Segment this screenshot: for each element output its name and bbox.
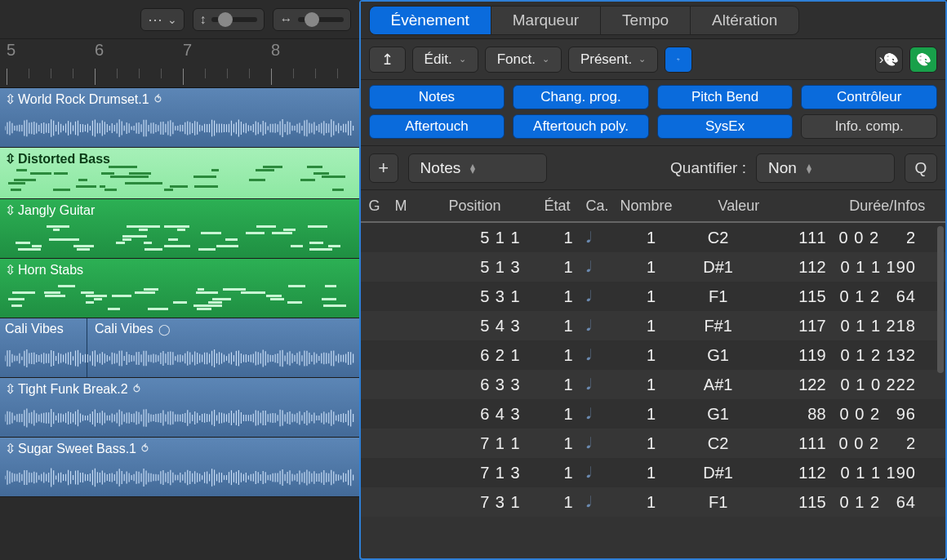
cell-value[interactable]: 119	[759, 346, 836, 365]
event-row[interactable]: 5 1 1 1 𝅘𝅥 1 C2 111 0 0 2 2	[361, 223, 945, 252]
track-region[interactable]: ⇳Jangly Guitar	[0, 199, 359, 259]
cell-etat[interactable]: 1	[529, 493, 583, 512]
cell-etat[interactable]: 1	[529, 434, 583, 453]
cell-position[interactable]: 6 4 3	[418, 405, 529, 424]
cell-duration[interactable]: 0 1 2 64	[836, 493, 936, 512]
cell-duration[interactable]: 0 1 1 218	[836, 317, 936, 336]
cell-value[interactable]: 115	[759, 287, 836, 306]
cell-duration[interactable]: 0 1 1 190	[836, 258, 936, 277]
track-region[interactable]: ⇳Tight Funk Break.2⥀	[0, 378, 359, 438]
cell-value[interactable]: 115	[759, 493, 836, 512]
expand-icon[interactable]: ⇳	[5, 441, 13, 456]
catch-playhead-button[interactable]	[665, 47, 692, 73]
cell-position[interactable]: 7 1 1	[418, 434, 529, 453]
add-event-button[interactable]: +	[369, 153, 398, 183]
cell-position[interactable]: 5 3 1	[418, 287, 529, 306]
cell-channel[interactable]: 1	[625, 287, 674, 306]
filter-sysex[interactable]: SysEx	[657, 114, 794, 139]
cell-channel[interactable]: 1	[625, 376, 674, 394]
appearance-left-button[interactable]: ›	[875, 47, 903, 73]
filter-aftertouch[interactable]: Aftertouch	[369, 114, 505, 139]
filter-contr-leur[interactable]: Contrôleur	[801, 85, 937, 109]
cell-value[interactable]: 111	[759, 434, 836, 453]
filter-pitch-bend[interactable]: Pitch Bend	[657, 85, 794, 109]
col-g[interactable]: G	[366, 198, 392, 215]
cell-etat[interactable]: 1	[529, 405, 583, 424]
cell-duration[interactable]: 0 1 0 222	[836, 376, 936, 394]
cell-channel[interactable]: 1	[625, 434, 674, 453]
cell-etat[interactable]: 1	[529, 258, 583, 277]
cell-number[interactable]: D#1	[674, 464, 759, 482]
hierarchy-up-button[interactable]	[369, 47, 406, 73]
cell-number[interactable]: F1	[674, 493, 759, 512]
horizontal-zoom[interactable]	[273, 8, 351, 31]
cell-duration[interactable]: 0 0 2 96	[836, 405, 936, 424]
tab-évènement[interactable]: Évènement	[370, 7, 491, 34]
cell-duration[interactable]: 0 1 2 132	[836, 346, 936, 365]
vertical-zoom[interactable]	[193, 8, 265, 31]
tab-tempo[interactable]: Tempo	[600, 7, 690, 34]
event-row[interactable]: 7 1 1 1 𝅘𝅥 1 C2 111 0 0 2 2	[361, 429, 945, 458]
cell-channel[interactable]: 1	[625, 405, 674, 424]
filter-chang-prog-[interactable]: Chang. prog.	[513, 85, 649, 109]
appearance-right-button[interactable]	[909, 47, 937, 73]
track-options-button[interactable]	[140, 8, 185, 31]
cell-number[interactable]: G1	[674, 346, 759, 365]
tracks-area[interactable]: ⇳World Rock Drumset.1⥀⇳Distorted Bass⇳Ja…	[0, 88, 359, 560]
col-position[interactable]: Position	[418, 198, 529, 215]
quantize-select[interactable]: Non ▴▾	[756, 153, 895, 183]
cell-etat[interactable]: 1	[529, 464, 583, 482]
event-row[interactable]: 7 1 3 1 𝅘𝅥 1 D#1 112 0 1 1 190	[361, 458, 945, 487]
cell-etat[interactable]: 1	[529, 287, 583, 306]
track-region[interactable]: ⇳Horn Stabs	[0, 259, 359, 318]
cell-position[interactable]: 5 1 3	[418, 258, 529, 277]
cell-value[interactable]: 122	[759, 376, 836, 394]
col-duree[interactable]: Durée/Infos	[836, 198, 936, 215]
event-row[interactable]: 6 2 1 1 𝅘𝅥 1 G1 119 0 1 2 132	[361, 340, 945, 370]
cell-value[interactable]: 111	[759, 229, 836, 247]
event-row[interactable]: 6 4 3 1 𝅘𝅥 1 G1 88 0 0 2 96	[361, 399, 945, 429]
cell-channel[interactable]: 1	[625, 317, 674, 336]
cell-position[interactable]: 7 1 3	[418, 464, 529, 482]
event-row[interactable]: 5 4 3 1 𝅘𝅥 1 F#1 117 0 1 1 218	[361, 311, 945, 340]
cell-number[interactable]: G1	[674, 405, 759, 424]
cell-value[interactable]: 117	[759, 317, 836, 336]
expand-icon[interactable]: ⇳	[5, 262, 13, 278]
expand-icon[interactable]: ⇳	[5, 91, 13, 107]
cell-number[interactable]: A#1	[674, 376, 759, 394]
filter-info-comp-[interactable]: Info. comp.	[801, 114, 937, 139]
tab-marqueur[interactable]: Marqueur	[491, 7, 600, 34]
track-region[interactable]: Cali Vibes Cali Vibes ◯	[0, 318, 359, 378]
scrollbar[interactable]	[937, 226, 944, 373]
cell-position[interactable]: 5 1 1	[418, 229, 529, 247]
col-etat[interactable]: État	[529, 198, 583, 215]
track-region[interactable]: ⇳Distorted Bass	[0, 148, 359, 199]
cell-etat[interactable]: 1	[529, 346, 583, 365]
cell-position[interactable]: 6 3 3	[418, 376, 529, 394]
cell-duration[interactable]: 0 0 2 2	[836, 229, 936, 247]
col-valeur[interactable]: Valeur	[715, 198, 836, 215]
event-type-select[interactable]: Notes ▴▾	[408, 153, 547, 183]
cell-position[interactable]: 7 3 1	[418, 493, 529, 512]
cell-etat[interactable]: 1	[529, 376, 583, 394]
col-nombre[interactable]: Nombre	[617, 198, 674, 215]
cell-etat[interactable]: 1	[529, 317, 583, 336]
cell-number[interactable]: C2	[674, 434, 759, 453]
view-menu[interactable]: Présent. ⌄	[568, 47, 658, 73]
tab-altération[interactable]: Altération	[690, 7, 798, 34]
cell-duration[interactable]: 0 1 1 190	[836, 464, 936, 482]
cell-duration[interactable]: 0 1 2 64	[836, 287, 936, 306]
cell-number[interactable]: F1	[674, 287, 759, 306]
cell-channel[interactable]: 1	[625, 464, 674, 482]
track-region[interactable]: ⇳Sugar Sweet Bass.1⥀	[0, 438, 359, 497]
cell-value[interactable]: 88	[759, 405, 836, 424]
cell-channel[interactable]: 1	[625, 229, 674, 247]
cell-channel[interactable]: 1	[625, 258, 674, 277]
event-row[interactable]: 5 3 1 1 𝅘𝅥 1 F1 115 0 1 2 64	[361, 282, 945, 311]
filter-notes[interactable]: Notes	[369, 85, 505, 109]
edit-menu[interactable]: Édit. ⌄	[412, 47, 478, 73]
expand-icon[interactable]: ⇳	[5, 202, 13, 218]
functions-menu[interactable]: Fonct. ⌄	[485, 47, 562, 73]
cell-value[interactable]: 112	[759, 464, 836, 482]
col-m[interactable]: M	[392, 198, 418, 215]
